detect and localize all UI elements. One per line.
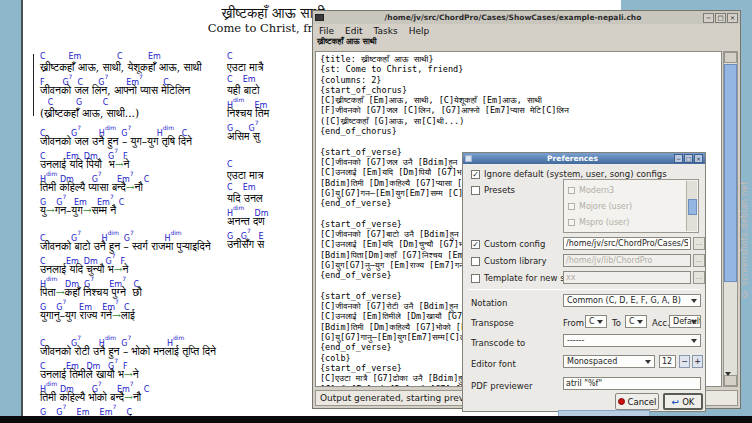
lyric-line: उनीसँग स — [227, 238, 268, 251]
presets-label: Presets — [484, 185, 515, 195]
transpose-to-select[interactable]: C — [625, 315, 647, 328]
maximize-button[interactable]: □ — [684, 154, 693, 163]
custom-config-browse-button[interactable]: ... — [693, 237, 705, 250]
custom-config-input[interactable] — [563, 237, 691, 250]
song-line: C G7 Hdim G7 Hdim C जीवनको जल उनै हुन – … — [40, 126, 192, 148]
editor-line: {title: ख्रीष्टकहाँ आऊ साथी} — [320, 54, 721, 64]
preset-item[interactable]: Mspro (user) — [568, 214, 684, 230]
editor-line: {end_of_chorus} — [320, 126, 721, 136]
chord-line: F G7 C G7 Em7 C — [40, 75, 202, 84]
window-title: /home/jv/src/ChordPro/Cases/ShowCases/ex… — [324, 13, 702, 22]
preset-checkbox[interactable] — [568, 219, 575, 226]
ok-label: OK — [682, 397, 694, 407]
editor-scrollbar[interactable] — [723, 51, 738, 387]
lyric-line: असिम सु — [227, 130, 269, 143]
close-button[interactable]: × — [727, 13, 738, 23]
watermark: © screenshots.debian.net — [740, 148, 749, 298]
song-line: C Em यदि उनल — [227, 183, 268, 205]
editor-line: ([C]ख्रीष्टकहाँ [G]आऊ, सा[C]थी...) — [320, 116, 721, 126]
song-line: C Em Dm G7 F उनलाई यदि चुन्यौ भ→ने — [40, 254, 211, 276]
chord-line: G G7 Em Em7 C — [40, 300, 211, 309]
lyric-line: (ख्रीष्टकहाँ आऊ, साथी...) — [40, 107, 202, 120]
chorus-indent-bar — [33, 54, 34, 116]
preset-checkbox[interactable] — [568, 187, 575, 194]
ok-button[interactable]: ↩ OK — [663, 393, 703, 410]
menu-item[interactable]: Edit — [345, 26, 362, 36]
scrollbar-thumb[interactable] — [688, 199, 697, 215]
song-line: Hdim Dm G7 Em7 C पिता→कहाँ निश्चय पुग्ने… — [40, 277, 211, 299]
menu-item[interactable]: Help — [409, 26, 430, 36]
menu-item[interactable]: File — [319, 26, 334, 36]
transpose-acc-select[interactable]: Default — [669, 315, 701, 328]
ignore-default-checkbox[interactable]: ✓ — [471, 170, 480, 179]
editor-line — [320, 136, 721, 146]
ignore-default-label: Ignore default (system, user, song) conf… — [484, 169, 667, 179]
window-icon — [315, 14, 324, 21]
cancel-label: Cancel — [628, 397, 657, 407]
dropdown-arrow-icon — [637, 320, 643, 324]
desktop: ख्रीष्टकहाँ आऊ साथी Come to Christ, frie… — [0, 0, 752, 423]
song-line: F G7 C G7 Em7 C जीवनको जल लिन, आफ्नो प्य… — [40, 75, 202, 97]
pdf-previewer-label: PDF previewer — [471, 381, 533, 391]
song-line: C Em C Em ख्रीष्टकहाँ आऊ, साथी, येशूकहाँ… — [40, 52, 202, 74]
presets-checkbox[interactable] — [471, 186, 480, 195]
preset-label: Modern3 — [579, 186, 614, 195]
notation-select[interactable]: Common (C, D, E, F, G, A, B) — [563, 294, 701, 307]
dropdown-arrow-icon — [691, 339, 697, 343]
chord-line: C G7 Hdim G7 Hdim — [40, 231, 211, 240]
template-browse-button[interactable]: ... — [693, 271, 705, 284]
minimize-button[interactable]: − — [703, 13, 714, 23]
font-size-increase-button[interactable]: + — [692, 355, 703, 368]
song-line: C एउटा मात्रै — [227, 52, 269, 74]
pdf-previewer-input[interactable] — [563, 377, 701, 390]
preset-checkbox[interactable] — [568, 203, 575, 210]
font-size-decrease-button[interactable]: − — [679, 355, 690, 368]
lyric-line: यु→गन–युग→सम्म नै — [40, 204, 192, 217]
dialog-icon — [465, 155, 472, 162]
song-line: C G7 Hdim G7 Hdim जीवनको बाटो उनै हुन – … — [40, 231, 211, 253]
ok-enter-icon: ↩ — [672, 397, 680, 407]
notation-value: Common (C, D, E, F, G, A, B) — [567, 296, 681, 305]
preferences-titlebar[interactable]: Preferences − □ × — [463, 153, 705, 164]
transcode-select[interactable]: ------ — [563, 334, 701, 347]
custom-library-input[interactable]: /home/jv/lib/ChordPro — [563, 254, 691, 267]
custom-config-checkbox[interactable]: ✓ — [471, 240, 480, 249]
custom-library-browse-button[interactable]: ... — [693, 254, 705, 267]
preferences-dialog: Preferences − □ × ✓ Ignore default (syst… — [462, 152, 706, 412]
preset-item[interactable]: Mojore (user) — [568, 198, 684, 214]
song-line: Hdim Em निश्चय तिम — [227, 98, 269, 120]
scrollbar-thumb[interactable] — [724, 64, 737, 282]
template-input[interactable]: xx — [563, 271, 691, 284]
editor-titlebar[interactable]: /home/jv/src/ChordPro/Cases/ShowCases/ex… — [313, 11, 740, 24]
lyric-line: निश्चय तिम — [227, 107, 269, 120]
preset-item[interactable]: Modern3 — [568, 182, 684, 198]
template-checkbox[interactable] — [471, 274, 480, 283]
scroll-down-icon[interactable] — [724, 375, 737, 386]
chord-line: G G7 E — [227, 229, 268, 238]
song-line: G G7 Em Em7 C युगानु–युग राज्य गर्न→लाई — [40, 300, 211, 322]
scroll-up-icon[interactable] — [724, 52, 737, 63]
lyric-line: जीवनको बाटो उनै हुन – स्वर्ग राजमा पुऱ्य… — [40, 240, 211, 253]
presets-scrollbar[interactable] — [686, 181, 697, 231]
font-size-input[interactable]: 12 — [659, 355, 676, 368]
song-line: G G7 Em Em7 C यु→गन–युग→सम्म नै — [40, 195, 192, 217]
menu-item[interactable]: Tasks — [374, 26, 398, 36]
song-line: Hdim Dm G7 Em7 C तिमी कहिल्यै भोको बन्दै… — [40, 382, 216, 404]
preset-item[interactable]: Mattenprofonts (user) — [568, 230, 684, 233]
preset-label: Mojore (user) — [579, 202, 632, 211]
column2-block-2: C एउटा मात्र C Em यदि उनल Hdim Dm अनन्त … — [227, 160, 268, 252]
presets-listbox[interactable]: Modern3 Mojore (user) Mspro (user) Matte… — [563, 179, 699, 233]
editor-font-select[interactable]: Monospaced — [563, 355, 655, 368]
chord-line: G G7 Em Em7 C — [40, 405, 216, 414]
minimize-button[interactable]: − — [674, 154, 683, 163]
chord-line: C — [227, 160, 268, 169]
chorus-block: C Em C Em ख्रीष्टकहाँ आऊ, साथी, येशूकहाँ… — [40, 52, 202, 121]
dropdown-arrow-icon — [597, 320, 603, 324]
lyric-line: ख्रीष्टकहाँ आऊ, साथी, येशूकहाँ आऊ, साथी — [40, 61, 202, 74]
cancel-button[interactable]: Cancel — [615, 393, 659, 410]
transpose-from-select[interactable]: C — [585, 315, 607, 328]
custom-library-checkbox[interactable] — [471, 257, 480, 266]
close-button[interactable]: × — [694, 154, 703, 163]
song-line: C एउटा मात्र — [227, 160, 268, 182]
maximize-button[interactable]: □ — [715, 13, 726, 23]
